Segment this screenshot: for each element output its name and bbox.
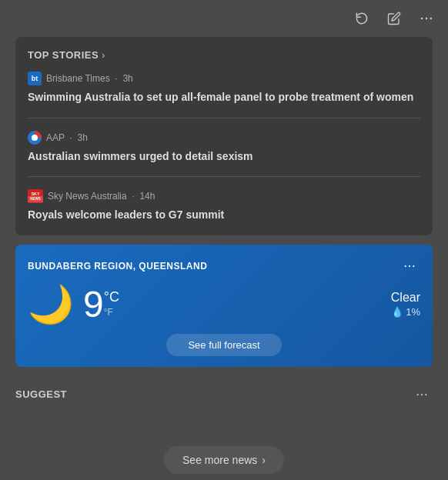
see-forecast-button[interactable]: See full forecast: [166, 334, 281, 356]
svg-point-10: [409, 265, 410, 267]
svg-point-11: [413, 265, 414, 267]
see-more-chevron: ›: [262, 454, 266, 466]
weather-left: 🌙 9 °C °F: [28, 286, 119, 323]
source-name-3: Sky News Australia · 14h: [48, 191, 155, 202]
source-row-1: bt Brisbane Times · 3h: [28, 72, 420, 85]
news-title-1: Swimming Australia to set up all-female …: [28, 90, 420, 105]
source-name-2: AAP · 3h: [46, 132, 88, 143]
rain-icon: 💧: [391, 306, 403, 318]
aap-logo: [28, 131, 42, 145]
weather-card: BUNDABERG REGION, QUEENSLAND 🌙 9 °C °F C…: [15, 245, 433, 367]
temp-value: 9: [83, 286, 104, 323]
temp-celsius: °C: [104, 289, 119, 305]
weather-more-options-button[interactable]: [399, 255, 420, 277]
svg-point-14: [425, 394, 426, 395]
top-bar: [0, 0, 448, 37]
suggested-label: SUGGEST: [15, 388, 67, 400]
more-options-button[interactable]: [417, 9, 436, 28]
svg-point-1: [426, 18, 428, 20]
suggested-more-options-button[interactable]: [411, 384, 433, 405]
weather-condition-text: Clear: [391, 291, 420, 305]
news-item-2[interactable]: AAP · 3h Australian swimmers urged to de…: [28, 131, 420, 178]
reload-button[interactable]: [353, 9, 371, 28]
svg-point-2: [430, 18, 433, 20]
weather-condition-icon: 🌙: [28, 286, 74, 323]
top-stories-card: TOP STORIES › bt Brisbane Times · 3h Swi…: [15, 37, 433, 235]
news-title-2: Australian swimmers urged to detail sexi…: [28, 149, 420, 165]
weather-main: 🌙 9 °C °F Clear 💧 1%: [28, 286, 420, 323]
top-stories-header[interactable]: TOP STORIES ›: [28, 49, 420, 61]
svg-text:SKY: SKY: [31, 192, 40, 196]
source-row-3: SKY NEWS Sky News Australia · 14h: [28, 189, 420, 203]
svg-point-0: [421, 18, 423, 20]
see-more-news-label: See more news: [182, 454, 257, 466]
source-name-1: Brisbane Times · 3h: [46, 73, 133, 84]
svg-point-13: [421, 394, 423, 395]
svg-text:NEWS: NEWS: [30, 198, 41, 202]
svg-point-4: [32, 135, 38, 141]
temp-units: °C °F: [104, 286, 119, 318]
top-stories-label: TOP STORIES: [28, 49, 99, 61]
svg-point-12: [417, 394, 419, 395]
news-item-1[interactable]: bt Brisbane Times · 3h Swimming Australi…: [28, 72, 420, 118]
see-more-news-button[interactable]: See more news ›: [164, 446, 284, 474]
bt-logo: bt: [28, 72, 42, 85]
weather-location: BUNDABERG REGION, QUEENSLAND: [28, 261, 207, 272]
weather-temperature: 9 °C °F: [83, 286, 119, 323]
svg-point-9: [405, 265, 406, 267]
skynews-logo: SKY NEWS: [28, 189, 43, 203]
news-item-3[interactable]: SKY NEWS Sky News Australia · 14h Royals…: [28, 189, 420, 223]
weather-header: BUNDABERG REGION, QUEENSLAND: [28, 255, 420, 277]
news-title-3: Royals welcome leaders to G7 summit: [28, 208, 420, 223]
top-stories-chevron: ›: [102, 50, 105, 61]
weather-right: Clear 💧 1%: [391, 291, 420, 318]
suggested-bar: SUGGEST: [15, 376, 433, 413]
edit-button[interactable]: [385, 9, 403, 28]
source-row-2: AAP · 3h: [28, 131, 420, 145]
weather-precipitation: 💧 1%: [391, 306, 420, 318]
temp-fahrenheit: °F: [104, 307, 119, 318]
